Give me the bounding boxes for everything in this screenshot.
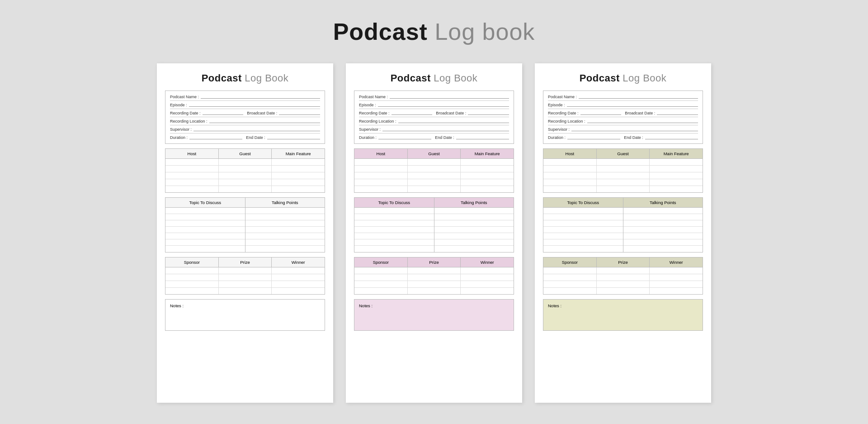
table-data-cell xyxy=(272,179,325,186)
sponsor-row xyxy=(543,267,703,274)
sponsor-data-cell xyxy=(219,267,272,274)
table-data-cell xyxy=(597,172,650,179)
host-header-0: Host xyxy=(165,149,219,158)
notes-label: Notes : xyxy=(170,303,320,308)
card-2-title: Podcast Log Book xyxy=(354,72,514,84)
card-2-notes: Notes : xyxy=(354,299,514,331)
table-header-row: HostGuestMain Feature xyxy=(354,149,514,159)
info-line-left xyxy=(189,136,242,139)
sponsor-data-cell xyxy=(461,281,514,287)
card-1-info-section: Podcast Name :Episode :Recording Date :B… xyxy=(165,91,325,144)
info-line xyxy=(382,128,509,131)
table-data-cell xyxy=(597,159,650,165)
sponsor-data-cell xyxy=(408,281,461,287)
sponsor-data-cell xyxy=(219,281,272,287)
talking-row xyxy=(623,233,703,239)
card-title-light: Log Book xyxy=(431,72,478,84)
info-row-4: Supervisor : xyxy=(170,127,320,133)
table-data-cell xyxy=(408,179,461,186)
sponsor-row xyxy=(165,281,325,288)
info-line xyxy=(571,128,698,131)
table-data-cell xyxy=(165,166,219,172)
info-label-right: End Date : xyxy=(435,135,454,140)
topic-row xyxy=(543,233,623,239)
info-row-4: Supervisor : xyxy=(548,127,698,133)
talking-row xyxy=(434,246,514,252)
sponsor-header-2: Winner xyxy=(461,257,514,267)
table-row xyxy=(165,166,325,172)
topic-row xyxy=(354,246,434,252)
info-label-right: End Date : xyxy=(624,135,643,140)
card-1-topic-section: Topic To DiscussTalking Points xyxy=(165,197,325,252)
info-label: Supervisor : xyxy=(359,127,381,132)
info-label: Episode : xyxy=(359,103,376,107)
card-1-sponsor-table: SponsorPrizeWinner xyxy=(165,257,325,295)
table-data-cell xyxy=(354,159,408,165)
table-data-cell xyxy=(219,159,272,165)
host-header-2: Main Feature xyxy=(272,149,325,158)
sponsor-row xyxy=(354,274,514,281)
sponsor-data-cell xyxy=(650,274,703,281)
talking-header: Talking Points xyxy=(245,198,325,208)
table-row xyxy=(543,179,703,186)
info-row-2: Recording Date :Broadcast Date : xyxy=(548,111,698,117)
topic-row xyxy=(165,208,245,214)
info-line-left xyxy=(392,111,433,115)
info-row-5: Duration :End Date : xyxy=(359,135,509,140)
table-row xyxy=(354,166,514,172)
table-row xyxy=(543,172,703,179)
topic-row xyxy=(165,214,245,220)
info-label: Podcast Name : xyxy=(359,95,388,99)
topic-row xyxy=(165,246,245,252)
sponsor-row xyxy=(543,281,703,288)
talking-right-col: Talking Points xyxy=(245,198,325,252)
talking-right-col: Talking Points xyxy=(623,198,703,252)
talking-row xyxy=(434,239,514,246)
talking-right-col: Talking Points xyxy=(434,198,514,252)
info-label: Episode : xyxy=(170,103,187,107)
table-header-row: HostGuestMain Feature xyxy=(543,149,703,159)
info-line xyxy=(378,103,509,107)
info-row-5: Duration :End Date : xyxy=(548,135,698,140)
sponsor-data-cell xyxy=(408,274,461,281)
info-label-left: Recording Date : xyxy=(359,111,390,115)
sponsor-row xyxy=(354,267,514,274)
table-data-cell xyxy=(272,172,325,179)
host-header-0: Host xyxy=(543,149,597,158)
sponsor-data-cell xyxy=(543,288,597,294)
sponsor-row xyxy=(354,281,514,288)
info-line xyxy=(567,103,698,107)
card-3-title: Podcast Log Book xyxy=(543,72,703,84)
table-data-cell xyxy=(543,172,597,179)
card-1-notes: Notes : xyxy=(165,299,325,331)
table-row xyxy=(354,186,514,192)
sponsor-data-cell xyxy=(272,281,325,287)
info-row-1: Episode : xyxy=(548,103,698,109)
talking-row xyxy=(623,208,703,214)
card-3-host-table: HostGuestMain Feature xyxy=(543,148,703,193)
table-row xyxy=(354,179,514,186)
topic-row xyxy=(543,246,623,252)
info-label-right: End Date : xyxy=(246,135,265,140)
sponsor-header-0: Sponsor xyxy=(543,257,597,267)
info-line xyxy=(398,119,509,123)
info-line xyxy=(390,95,509,99)
card-title-bold: Podcast xyxy=(580,72,620,84)
topic-row xyxy=(354,233,434,239)
sponsor-header-1: Prize xyxy=(597,257,650,267)
info-label: Podcast Name : xyxy=(170,95,199,99)
info-line-right xyxy=(267,136,320,139)
sponsor-data-cell xyxy=(597,281,650,287)
info-line xyxy=(189,103,320,107)
sponsor-data-cell xyxy=(408,267,461,274)
host-header-1: Guest xyxy=(597,149,650,158)
table-data-cell xyxy=(597,186,650,192)
topic-row xyxy=(354,220,434,227)
sponsor-data-cell xyxy=(165,288,219,294)
table-data-cell xyxy=(597,179,650,186)
info-line xyxy=(579,95,698,99)
sponsor-data-cell xyxy=(354,267,408,274)
table-data-cell xyxy=(597,166,650,172)
talking-row xyxy=(434,208,514,214)
info-row-0: Podcast Name : xyxy=(548,95,698,101)
